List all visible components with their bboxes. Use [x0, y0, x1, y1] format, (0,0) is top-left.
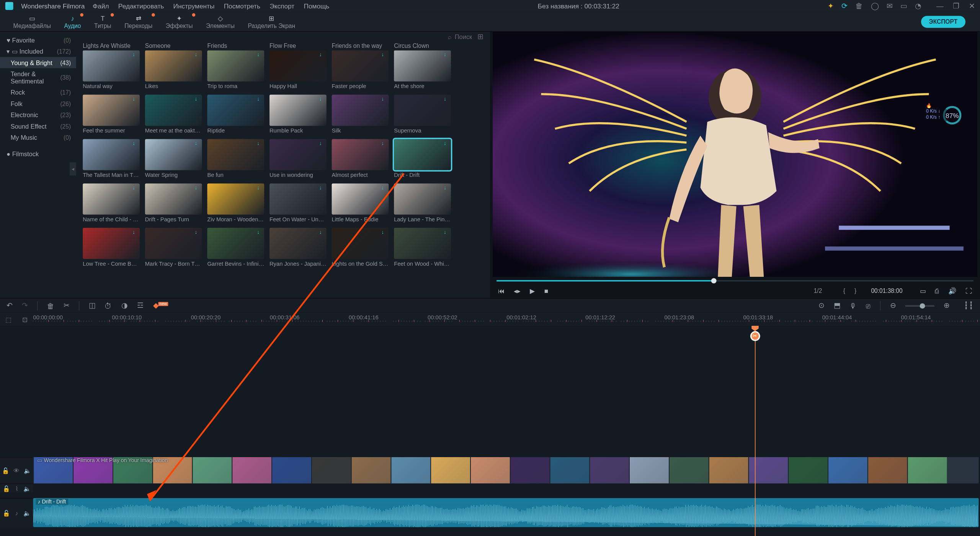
sidebar-item-young-bright[interactable]: Young & Bright(43) — [0, 57, 76, 68]
media-thumb[interactable]: ↓Happy Hall — [270, 50, 327, 93]
media-thumb[interactable]: ↓Silk — [332, 95, 389, 137]
music-icon[interactable]: ♪ — [15, 510, 18, 516]
sparkle-icon[interactable]: ✦ — [828, 2, 834, 10]
zoom-in-button[interactable]: ⊕ — [944, 301, 950, 310]
mail-icon[interactable]: ✉ — [887, 2, 893, 10]
tab-медиафайлы[interactable]: ▭Медиафайлы — [7, 13, 57, 30]
menu-инструменты[interactable]: Инструменты — [173, 2, 215, 10]
media-thumb[interactable]: ↓Supernova — [394, 95, 451, 137]
refresh-icon[interactable]: ⟳ — [841, 2, 848, 10]
sidebar-item-rock[interactable]: Rock(17) — [0, 87, 76, 98]
preview-viewport[interactable]: 87% 🔥0 K/s ↓0 K/s ↑ — [493, 32, 977, 277]
tab-переходы[interactable]: ⇄Переходы — [118, 13, 159, 30]
bracket-left[interactable]: { — [843, 288, 845, 294]
mixer-button[interactable]: ⎚ — [866, 302, 871, 310]
split-playhead-icon[interactable] — [750, 331, 760, 341]
media-thumb[interactable]: ↓Drift - Drift — [394, 139, 451, 182]
maximize-icon[interactable]: ❐ — [953, 2, 959, 10]
preview-scrubber[interactable] — [497, 278, 973, 283]
marker-button[interactable]: ⬒ — [834, 301, 840, 310]
media-thumb[interactable]: ↓Faster people — [332, 50, 389, 93]
play-button[interactable]: ▶ — [530, 287, 535, 294]
color-button[interactable]: ◑ — [121, 301, 128, 310]
menu-экспорт[interactable]: Экспорт — [270, 2, 294, 10]
media-thumb[interactable]: ↓Feel the summer — [83, 95, 140, 137]
lock-icon[interactable]: 🔓 — [3, 485, 10, 492]
tab-аудио[interactable]: ♪Аудио — [57, 13, 88, 30]
media-thumb[interactable]: ↓Meet me at the oaktree — [145, 95, 202, 137]
media-thumb[interactable]: ↓Low Tree - Come Back ... — [83, 228, 140, 271]
grid-view-icon[interactable]: ⊞ — [477, 32, 483, 41]
sidebar-item-favorite[interactable]: ♥ Favorite(0) — [0, 34, 76, 46]
media-thumb[interactable]: ↓Be fun — [207, 139, 264, 182]
video-clip[interactable]: ▭ Wondershare Filmora X Hit Play on Your… — [33, 457, 978, 484]
menu-помощь[interactable]: Помощь — [304, 2, 329, 10]
tab-разделить-экран[interactable]: ⊞Разделить Экран — [241, 13, 302, 30]
media-thumb[interactable]: ↓Little Maps - Eddie — [332, 183, 389, 226]
minimize-icon[interactable]: — — [936, 2, 944, 10]
zoom-slider[interactable] — [905, 305, 934, 306]
timeline-ruler[interactable]: 00:00:00:0000:00:10:1000:00:20:2000:00:3… — [33, 312, 980, 326]
media-thumb[interactable]: ↓Rumble Pack — [270, 95, 327, 137]
search-input[interactable]: ⌕ Поиск — [448, 33, 472, 40]
adjust-button[interactable]: ☲ — [137, 301, 144, 310]
undo-button[interactable]: ↶ — [7, 301, 13, 310]
lock-icon[interactable]: 🔓 — [2, 467, 9, 474]
link-icon[interactable]: ⌇ — [15, 485, 18, 492]
cursor-mode-icon[interactable]: ⬚ — [5, 315, 11, 323]
media-thumb[interactable]: ↓Ziv Moran - Wooden Sm... — [207, 183, 264, 226]
bell-icon[interactable]: ◔ — [915, 2, 921, 10]
media-thumb[interactable]: ↓Ryan Jones - Japanika — [270, 228, 327, 271]
media-thumb[interactable]: ↓Natural way — [83, 50, 140, 93]
snap-icon[interactable]: ⊡ — [22, 315, 28, 323]
render-button[interactable]: ⊙ — [818, 301, 825, 310]
speed-button[interactable]: ⏱ — [105, 302, 112, 310]
audio-clip[interactable]: ♪ Drift - Drift — [33, 498, 978, 527]
sidebar-item-tender-sentimental[interactable]: Tender & Sentimental(38) — [0, 68, 76, 87]
media-thumb[interactable]: ↓Lights on the Gold Shor... — [332, 228, 389, 271]
media-thumb[interactable]: ↓Trip to roma — [207, 50, 264, 93]
tab-титры[interactable]: TТитры — [88, 13, 118, 30]
export-button[interactable]: ЭКСПОРТ — [921, 16, 965, 28]
mute-icon[interactable]: 🔈 — [23, 510, 31, 516]
chat-icon[interactable]: ▭ — [900, 2, 907, 10]
media-thumb[interactable]: ↓At the shore — [394, 50, 451, 93]
zoom-out-button[interactable]: ⊖ — [890, 301, 896, 310]
lock-icon[interactable]: 🔓 — [3, 510, 10, 516]
volume-icon[interactable]: 🔊 — [948, 287, 956, 294]
sidebar-item-filmstock[interactable]: ● Filmstock — [0, 148, 76, 159]
stop-button[interactable]: ■ — [544, 287, 548, 294]
prev-frame-button[interactable]: ⏮ — [498, 287, 505, 294]
visibility-icon[interactable]: 👁 — [13, 467, 20, 474]
menu-редактировать[interactable]: Редактировать — [118, 2, 164, 10]
redo-button[interactable]: ↷ — [22, 301, 28, 310]
fullscreen-icon[interactable]: ⛶ — [965, 287, 972, 294]
menu-файл[interactable]: Файл — [93, 2, 109, 10]
sidebar-item-electronic[interactable]: Electronic(23) — [0, 109, 76, 120]
bracket-right[interactable]: } — [854, 288, 856, 294]
display-mode-icon[interactable]: ▭ — [920, 287, 926, 294]
sidebar-item-my-music[interactable]: My Music(0) — [0, 132, 76, 143]
playhead[interactable] — [755, 326, 755, 536]
media-thumb[interactable]: ↓Almost perfect — [332, 139, 389, 182]
media-thumb[interactable]: ↓Use in wondering — [270, 139, 327, 182]
mute-icon[interactable]: 🔈 — [24, 467, 31, 474]
voiceover-button[interactable]: 🎙 — [849, 302, 857, 310]
crop-button[interactable]: ◫ — [89, 301, 95, 310]
close-icon[interactable]: ✕ — [969, 2, 975, 10]
media-thumb[interactable]: ↓Garret Bevins - Infinite - ... — [207, 228, 264, 271]
media-thumb[interactable]: ↓Feet On Water - Unexp... — [270, 183, 327, 226]
media-thumb[interactable]: ↓Likes — [145, 50, 202, 93]
sidebar-item-folk[interactable]: Folk(26) — [0, 98, 76, 109]
sidebar-item-included[interactable]: ▾ ▭ Included(172) — [0, 46, 76, 57]
user-icon[interactable]: ◯ — [871, 2, 879, 10]
media-thumb[interactable]: ↓Water Spring — [145, 139, 202, 182]
tab-эффекты[interactable]: ✦Эффекты — [159, 13, 199, 30]
media-thumb[interactable]: ↓Drift - Pages Turn — [145, 183, 202, 226]
trash-icon[interactable]: 🗑 — [856, 2, 863, 10]
timeline[interactable]: ⬚ ⊡ 00:00:00:0000:00:10:1000:00:20:2000:… — [0, 312, 980, 536]
media-thumb[interactable]: ↓Mark Tracy - Born Twice — [145, 228, 202, 271]
frame-back-button[interactable]: ◂▸ — [514, 287, 520, 294]
keyframe-button[interactable]: ◆new — [153, 301, 168, 310]
media-thumb[interactable]: ↓Riptide — [207, 95, 264, 137]
